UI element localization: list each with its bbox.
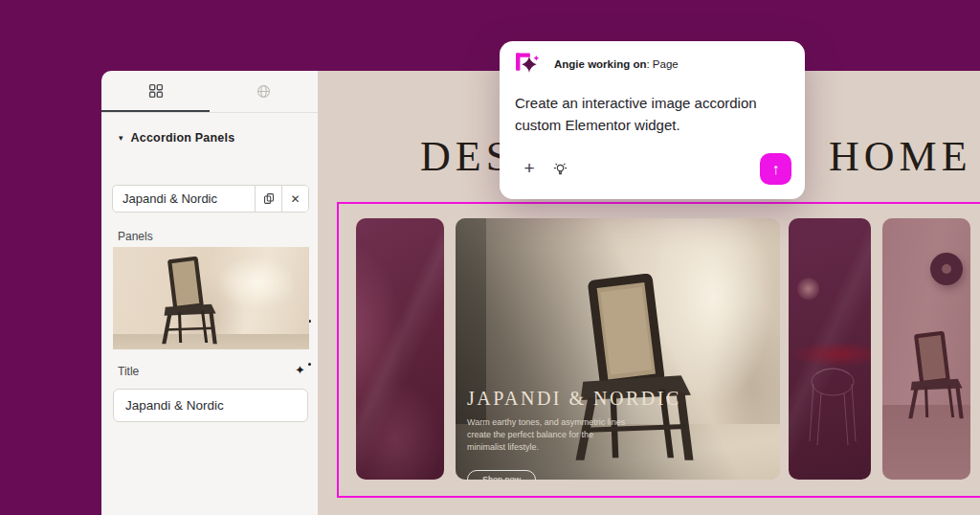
add-attachment-button[interactable]: + <box>519 158 540 179</box>
lightbulb-icon <box>553 162 568 177</box>
section-title: Accordion Panels <box>131 131 235 145</box>
assistant-status-bold: Angie working on <box>554 58 646 70</box>
panel-description: Warm earthy tones, and asymmetric lines … <box>467 416 632 454</box>
tab-site-settings[interactable] <box>210 71 318 112</box>
accordion-panel-japandi-expanded[interactable]: JAPANDI & NORDIC Warm earthy tones, and … <box>456 218 780 480</box>
shop-now-button[interactable]: Shop now <box>467 470 536 480</box>
assistant-status-text: Angie working on: Page <box>554 58 679 70</box>
widget-settings-sidebar: ▾ Accordion Panels Panels ✕ <box>101 71 318 515</box>
send-button[interactable]: ↑ <box>760 153 791 185</box>
suggestions-button[interactable] <box>549 159 570 180</box>
close-icon: ✕ <box>290 192 300 206</box>
title-input-wrapper <box>113 389 308 422</box>
assistant-card-header: Angie working on: Page <box>515 52 679 76</box>
collapse-caret-icon: ▾ <box>119 133 123 143</box>
panel-tint-overlay <box>882 218 970 480</box>
thumbnail-chair-illustration <box>144 257 235 348</box>
title-input[interactable] <box>114 390 307 421</box>
image-accordion-widget: JAPANDI & NORDIC Warm earthy tones, and … <box>318 218 980 480</box>
screenshot-root: ▾ Accordion Panels Panels ✕ <box>0 0 980 515</box>
assistant-prompt-text: Create an interactive image accordion cu… <box>515 92 794 137</box>
accordion-panel-dining[interactable] <box>789 218 871 480</box>
accordion-panel-sculpture[interactable] <box>356 218 444 480</box>
globe-icon <box>256 83 272 100</box>
up-arrow-icon: ↑ <box>772 161 780 178</box>
page-heading-right: HOME <box>829 132 972 181</box>
panels-field-label: Panels <box>118 230 153 243</box>
panel-image-thumbnail[interactable] <box>113 247 309 349</box>
sidebar-tab-bar <box>101 71 318 113</box>
accordion-panels-section-header[interactable]: ▾ Accordion Panels <box>119 131 234 145</box>
wireframe-chair-illustration <box>796 346 863 460</box>
remove-panel-button[interactable]: ✕ <box>281 186 308 212</box>
assistant-status-target: : Page <box>646 58 678 70</box>
duplicate-panel-button[interactable] <box>255 186 281 212</box>
tab-content-settings[interactable] <box>101 71 210 112</box>
angie-logo-icon <box>515 52 541 76</box>
panel-item-row: ✕ <box>112 185 309 213</box>
ai-sparkle-icon[interactable]: ✦ <box>295 364 308 377</box>
copy-icon <box>263 192 275 205</box>
panel-content: JAPANDI & NORDIC Warm earthy tones, and … <box>467 388 681 480</box>
title-field-label: Title <box>118 365 139 378</box>
accordion-panel-bedroom[interactable] <box>882 218 970 480</box>
assistant-card: Angie working on: Page Create an interac… <box>500 41 805 199</box>
panel-item-input[interactable] <box>113 186 255 212</box>
grid-layout-icon <box>148 83 164 99</box>
panel-title: JAPANDI & NORDIC <box>467 388 681 410</box>
